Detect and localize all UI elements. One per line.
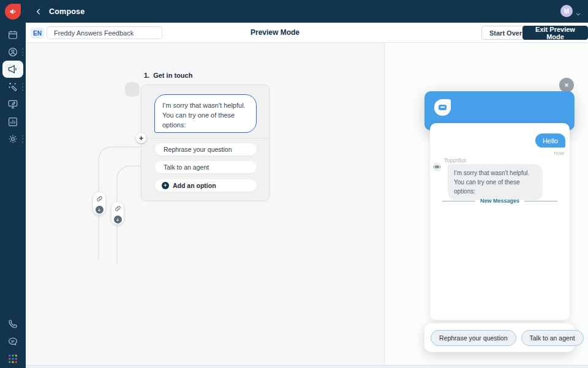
add-option-label: Add an option [173, 182, 216, 189]
plus-circle-icon: + [162, 182, 169, 189]
freshworks-logo-icon[interactable] [5, 4, 21, 20]
back-button[interactable] [34, 7, 43, 16]
node-card-divider [142, 138, 268, 138]
node-avatar-placeholder [125, 82, 140, 97]
quick-reply-rephrase[interactable]: Rephrase your question [431, 330, 516, 346]
settings-icon[interactable] [7, 133, 18, 145]
page-title: Compose [49, 7, 85, 16]
bot-name-label: TopprBot [444, 157, 466, 163]
top-header: Compose M [26, 0, 588, 23]
chat-messages-card[interactable]: Hello now TopprBot I'm sorry that wasn't… [430, 123, 570, 320]
language-badge: EN [31, 28, 44, 39]
chat-icon[interactable] [7, 336, 18, 347]
apps-grid-icon[interactable] [7, 353, 18, 364]
analytics-icon[interactable] [7, 116, 18, 127]
bot-avatar [433, 163, 441, 171]
preview-mode-label: Preview Mode [251, 28, 300, 37]
option-rephrase[interactable]: Rephrase your question [155, 143, 257, 156]
bot-reply-bubble: I'm sorry that wasn't helpful. You can t… [448, 164, 543, 200]
quick-replies-bar: Rephrase your question Talk to an agent [424, 323, 575, 352]
new-messages-label: New Messages [480, 198, 519, 204]
automation-more-icon[interactable] [21, 83, 24, 91]
horizontal-scrollbar-track[interactable] [26, 365, 588, 368]
preview-toolbar: EN Preview Mode Start Over Exit Preview … [26, 23, 588, 43]
chat-widget: Hello now TopprBot I'm sorry that wasn't… [424, 91, 575, 352]
campaigns-icon[interactable] [2, 61, 23, 78]
chat-brand-icon [434, 99, 451, 116]
connector-actions-2[interactable] [111, 202, 124, 225]
close-widget-button[interactable] [559, 78, 574, 92]
message-timestamp: now [554, 150, 564, 156]
jump-down-icon[interactable] [114, 216, 122, 223]
left-nav-rail [0, 0, 26, 368]
flow-canvas[interactable]: 1. Get in touch I'm sorry that wasn't he… [26, 43, 385, 366]
avatar-caret-icon[interactable] [575, 9, 581, 20]
app-frame: Compose M EN Preview Mode Start Over Exi… [0, 0, 588, 368]
add-node-button[interactable]: + [136, 133, 146, 143]
option-talk-agent[interactable]: Talk to an agent [155, 161, 257, 173]
contacts-icon[interactable] [7, 47, 18, 58]
user-avatar[interactable]: M [560, 5, 573, 17]
add-option-button[interactable]: + Add an option [155, 179, 257, 192]
link-icon[interactable] [96, 193, 103, 205]
bot-message-bubble[interactable]: I'm sorry that wasn't helpful. You can t… [154, 94, 257, 133]
settings-more-icon[interactable] [21, 135, 24, 143]
quick-reply-agent[interactable]: Talk to an agent [521, 330, 584, 346]
calendar-icon[interactable] [7, 29, 18, 40]
phone-icon[interactable] [7, 318, 18, 329]
chat-preview-panel: Hello now TopprBot I'm sorry that wasn't… [385, 43, 588, 366]
exit-preview-button[interactable]: Exit Preview Mode [522, 26, 588, 40]
user-message-bubble: Hello [535, 133, 565, 148]
new-messages-divider: New Messages [442, 198, 557, 204]
studio-icon[interactable] [7, 99, 18, 110]
node-step-number: 1. [144, 72, 149, 79]
automation-icon[interactable] [7, 81, 18, 92]
bot-name-input[interactable] [47, 26, 162, 39]
node-step-title: Get in touch [153, 72, 192, 79]
connector-actions-1[interactable] [93, 192, 105, 215]
jump-down-icon[interactable] [96, 206, 104, 214]
dialog-node-card[interactable]: I'm sorry that wasn't helpful. You can t… [141, 84, 270, 201]
node-title: 1. Get in touch [144, 72, 192, 79]
contacts-more-icon[interactable] [21, 48, 24, 56]
link-icon[interactable] [115, 203, 121, 214]
